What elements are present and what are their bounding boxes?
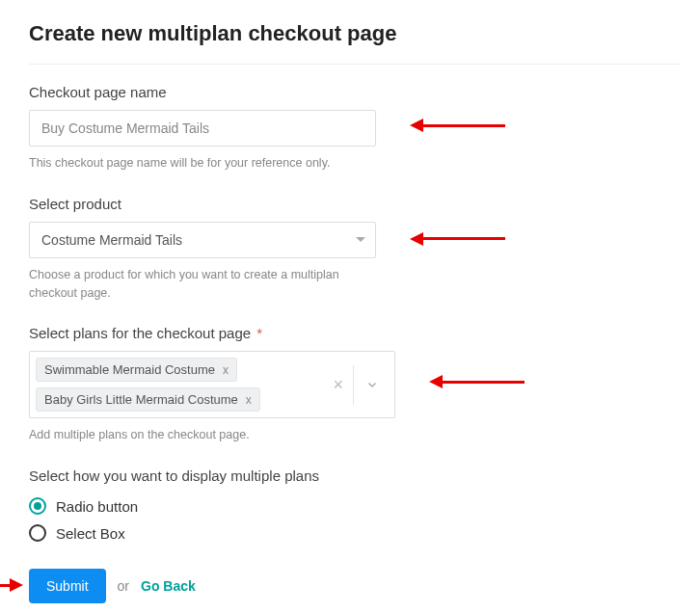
plan-chip: Baby Girls Little Mermaid Costume x xyxy=(36,387,260,412)
divider xyxy=(29,64,681,65)
or-text: or xyxy=(118,578,129,594)
arrow-icon xyxy=(410,119,505,132)
chevron-down-icon xyxy=(356,237,365,242)
chip-remove-icon[interactable]: x xyxy=(246,393,252,407)
select-product-helper: Choose a product for which you want to c… xyxy=(29,266,376,303)
radio-selected-icon xyxy=(29,497,46,515)
select-plans-label: Select plans for the checkout page * xyxy=(29,325,681,341)
plan-chip: Swimmable Mermaid Costume x xyxy=(36,358,237,382)
go-back-link[interactable]: Go Back xyxy=(141,578,196,594)
page-title: Create new multiplan checkout page xyxy=(29,21,681,46)
select-plans-multiselect[interactable]: Swimmable Mermaid Costume x Baby Girls L… xyxy=(29,351,395,418)
chevron-down-icon[interactable] xyxy=(354,378,390,391)
clear-all-icon[interactable]: × xyxy=(323,375,353,395)
submit-button[interactable]: Submit xyxy=(29,569,106,603)
checkout-name-label: Checkout page name xyxy=(29,84,681,100)
arrow-icon xyxy=(429,375,525,388)
select-product-dropdown[interactable]: Costume Mermaid Tails xyxy=(29,222,376,258)
display-option-radio[interactable]: Radio button xyxy=(29,497,681,515)
select-plans-helper: Add multiple plans on the checkout page. xyxy=(29,426,376,444)
display-mode-label: Select how you want to display multiple … xyxy=(29,467,681,484)
chip-remove-icon[interactable]: x xyxy=(223,363,229,377)
select-product-value: Costume Mermaid Tails xyxy=(41,232,182,248)
arrow-icon xyxy=(0,578,23,592)
display-option-select[interactable]: Select Box xyxy=(29,524,681,542)
arrow-icon xyxy=(410,232,505,246)
checkout-name-helper: This checkout page name will be for your… xyxy=(29,154,376,173)
display-option-label: Select Box xyxy=(56,525,125,542)
checkout-name-input[interactable] xyxy=(29,110,376,147)
display-option-label: Radio button xyxy=(56,498,138,515)
select-product-label: Select product xyxy=(29,196,681,212)
radio-unselected-icon xyxy=(29,524,46,542)
required-star: * xyxy=(256,325,262,341)
